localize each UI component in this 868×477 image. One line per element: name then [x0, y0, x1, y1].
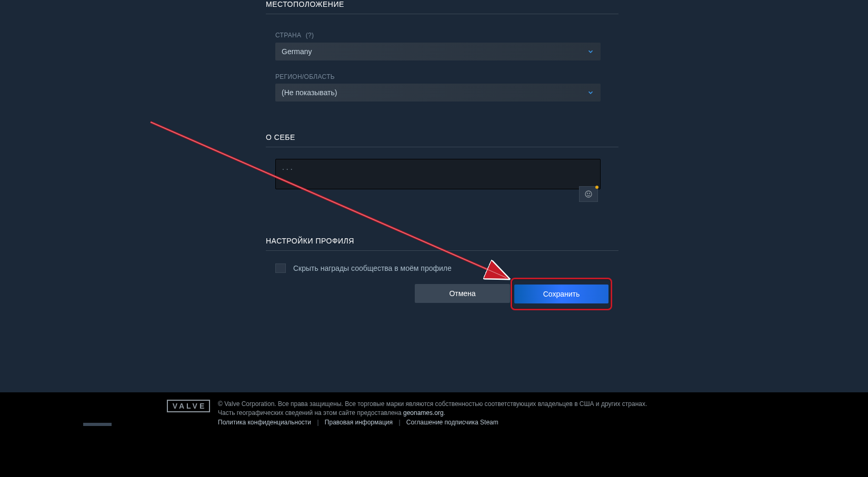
hide-awards-checkbox[interactable]: [275, 263, 286, 273]
footer-link-ssa[interactable]: Соглашение подписчика Steam: [406, 419, 498, 426]
chevron-down-icon: [587, 89, 594, 96]
svg-point-1: [587, 193, 587, 194]
emoji-picker-button[interactable]: [579, 186, 598, 202]
cancel-button[interactable]: Отмена: [415, 284, 510, 303]
footer-copyright: © Valve Corporation. Все права защищены.…: [218, 400, 647, 418]
geonames-link[interactable]: geonames.org: [403, 409, 444, 417]
about-section-header: О СЕБЕ: [266, 133, 618, 141]
region-select[interactable]: (Не показывать): [275, 84, 601, 102]
divider: [266, 147, 618, 147]
decorative-bar: [83, 423, 112, 426]
chevron-down-icon: [587, 48, 594, 55]
divider: [266, 14, 618, 14]
country-label: СТРАНА: [275, 32, 301, 39]
location-section-header: МЕСТОПОЛОЖЕНИЕ: [266, 0, 618, 8]
separator: |: [398, 419, 400, 426]
country-select[interactable]: Germany: [275, 43, 601, 60]
svg-point-0: [585, 191, 592, 197]
region-select-value: (Не показывать): [282, 88, 337, 97]
page-footer: VALVE © Valve Corporation. Все права защ…: [0, 392, 868, 477]
footer-link-privacy[interactable]: Политика конфиденциальности: [218, 419, 311, 426]
separator: |: [317, 419, 318, 426]
notification-dot-icon: [595, 186, 598, 189]
annotation-highlight: Сохранить: [511, 278, 612, 310]
divider: [266, 250, 618, 251]
footer-link-legal[interactable]: Правовая информация: [325, 419, 393, 426]
save-button[interactable]: Сохранить: [514, 285, 608, 303]
region-label: РЕГИОН/ОБЛАСТЬ: [275, 73, 618, 80]
about-textarea[interactable]: [275, 159, 601, 189]
country-help-icon[interactable]: (?): [306, 32, 314, 39]
hide-awards-label: Скрыть награды сообщества в моём профиле: [293, 264, 452, 272]
country-select-value: Germany: [282, 47, 312, 56]
svg-point-2: [589, 193, 590, 194]
valve-logo[interactable]: VALVE: [167, 400, 210, 412]
profile-settings-section-header: НАСТРОЙКИ ПРОФИЛЯ: [266, 237, 618, 245]
